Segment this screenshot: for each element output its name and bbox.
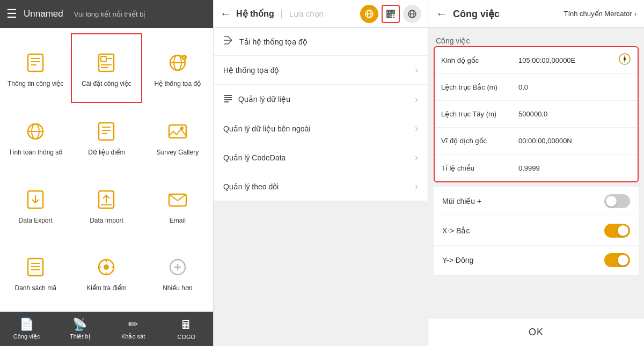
nav-khao-sat[interactable]: ✏ Khảo sát <box>107 312 160 346</box>
menu-item-du-lieu-ben-ngoai[interactable]: Quản lý dữ liệu bên ngoài › <box>214 114 428 143</box>
menu-item-he-thong-toa-do[interactable]: Hệ thống tọa độ › <box>214 56 428 85</box>
right-panel: ← Công việc Tính chuyển Mercator › Công … <box>428 0 644 346</box>
mercator-link[interactable]: Tính chuyển Mercator › <box>564 10 636 18</box>
chevron-icon-3: › <box>415 152 418 163</box>
danh-sach-ma-icon <box>21 253 49 281</box>
grid-menu: Thông tin công việc Cài đặt công việc + … <box>0 28 213 312</box>
data-import-label: Data Import <box>90 217 123 224</box>
middle-back-button[interactable]: ← <box>220 7 232 21</box>
menu-item-theo-doi[interactable]: Quản lý theo dõi › <box>214 172 428 201</box>
thiet-bi-nav-label: Thiết bị <box>70 333 90 340</box>
compass-icon[interactable] <box>618 53 631 69</box>
x-bac-toggle[interactable] <box>604 224 630 238</box>
kiem-tra-diem-label: Kiểm tra điểm <box>86 284 127 292</box>
cogo-nav-label: COGO <box>178 334 196 340</box>
middle-header: ← Hệ thống | Lựa chọn <box>214 0 428 28</box>
svg-rect-54 <box>393 17 394 18</box>
thiet-bi-nav-icon: 📡 <box>72 318 87 332</box>
right-header: ← Công việc Tính chuyển Mercator › <box>428 0 644 28</box>
svg-rect-59 <box>224 95 232 96</box>
tab-he-thong[interactable]: Hệ thống <box>236 9 274 19</box>
cong-viec-nav-label: Công việc <box>13 333 40 340</box>
grid-item-du-lieu-diem[interactable]: Dữ liệu điểm <box>71 103 142 171</box>
data-export-icon <box>21 186 49 214</box>
thong-tin-label: Thông tin công việc <box>8 80 63 87</box>
danh-sach-ma-label: Danh sách mã <box>14 284 56 292</box>
menu-item-theo-doi-label: Quản lý theo dõi <box>223 182 415 191</box>
toggle-row-y-dong: Y-> Đông <box>434 246 639 275</box>
grid-item-he-thong[interactable]: + Hệ thống tọa độ <box>142 33 213 103</box>
survey-gallery-label: Survey Gallery <box>156 149 199 156</box>
svg-rect-51 <box>391 14 392 16</box>
svg-point-66 <box>624 58 626 60</box>
lech-truc-tay-value[interactable]: 500000,0 <box>516 106 631 122</box>
svg-rect-17 <box>99 123 114 140</box>
right-title: Công việc <box>453 8 558 20</box>
right-back-button[interactable]: ← <box>436 7 448 21</box>
svg-point-34 <box>104 264 109 270</box>
ti-le-chieu-label: Tỉ lệ chiều <box>441 164 516 172</box>
tab-separator: | <box>281 9 283 19</box>
toggle-row-mui-chieu: Múi chiếu + <box>434 187 639 216</box>
mui-chieu-toggle[interactable] <box>604 194 630 208</box>
grid-item-danh-sach-ma[interactable]: Danh sách mã <box>0 239 71 306</box>
field-row-lech-truc-bac: Lệch trục Bắc (m) 0,0 <box>435 74 638 101</box>
grid-item-tinh-toan[interactable]: Tính toán thông số <box>0 103 71 171</box>
grid-item-nhieu-hon[interactable]: Nhiều hơn <box>142 239 213 306</box>
cai-dat-label: Cài đặt công việc <box>82 80 131 87</box>
menu-item-code-data[interactable]: Quản lý CodeData › <box>214 143 428 172</box>
menu-item-quan-ly-du-lieu[interactable]: Quản lý dữ liệu › <box>214 85 428 114</box>
hamburger-icon[interactable]: ☰ <box>6 7 17 21</box>
grid-item-email[interactable]: Email <box>142 171 213 239</box>
globe-gray-icon[interactable] <box>403 5 421 23</box>
grid-item-thong-tin[interactable]: Thông tin công việc <box>0 33 71 103</box>
email-label: Email <box>170 217 186 224</box>
y-dong-toggle[interactable] <box>604 253 630 267</box>
mui-chieu-label: Múi chiếu + <box>442 197 604 205</box>
menu-list: Hệ thống tọa độ › Quản lý dữ liệu › Quản… <box>214 56 428 346</box>
menu-item-quan-ly-du-lieu-label: Quản lý dữ liệu <box>238 95 415 104</box>
right-content: Công việc Kinh độ gốc 105:00:00,00000E L… <box>428 28 644 318</box>
nav-cong-viec[interactable]: 📄 Công việc <box>0 312 53 346</box>
svg-point-22 <box>180 127 184 130</box>
ti-le-chieu-value[interactable]: 0,9999 <box>516 160 631 176</box>
nhieu-hon-icon <box>164 253 192 281</box>
grid-item-kiem-tra-diem[interactable]: Kiểm tra điểm <box>71 239 142 306</box>
tab-lua-chon[interactable]: Lựa chọn <box>289 9 324 19</box>
nav-thiet-bi[interactable]: 📡 Thiết bị <box>53 312 106 346</box>
y-dong-knob <box>618 255 628 266</box>
qr-icon[interactable] <box>382 5 400 23</box>
toggle-row-x-bac: X-> Bắc <box>434 216 639 246</box>
du-lieu-diem-icon <box>92 117 120 145</box>
globe-orange-icon[interactable] <box>360 5 378 23</box>
kinh-do-goc-label: Kinh độ gốc <box>441 56 516 64</box>
field-row-kinh-do-goc: Kinh độ gốc 105:00:00,00000E <box>435 47 638 74</box>
tinh-toan-icon <box>21 117 49 145</box>
left-panel: ☰ Unnamed Vui lòng kết nối thiết bị Thôn… <box>0 0 214 346</box>
grid-item-data-export[interactable]: Data Export <box>0 171 71 239</box>
chevron-icon-2: › <box>415 123 418 134</box>
mui-chieu-knob <box>606 196 617 207</box>
khao-sat-nav-label: Khảo sát <box>121 333 145 340</box>
grid-item-survey-gallery[interactable]: Survey Gallery <box>142 103 213 171</box>
app-title: Unnamed <box>24 9 63 19</box>
lech-truc-bac-value[interactable]: 0,0 <box>516 79 631 95</box>
khao-sat-nav-icon: ✏ <box>128 318 138 332</box>
tai-section[interactable]: Tải hệ thống tọa độ <box>214 28 428 56</box>
middle-icon-bar <box>360 5 421 23</box>
grid-item-data-import[interactable]: Data Import <box>71 171 142 239</box>
nav-cogo[interactable]: 🖩 COGO <box>160 312 213 346</box>
grid-item-cai-dat[interactable]: Cài đặt công việc <box>71 33 142 103</box>
vi-do-dich-goc-value[interactable]: 00:00:00,00000N <box>516 132 631 149</box>
field-row-lech-truc-tay: Lệch trục Tây (m) 500000,0 <box>435 101 638 128</box>
ok-button[interactable]: OK <box>428 318 644 346</box>
svg-rect-52 <box>393 14 394 16</box>
svg-rect-46 <box>388 11 390 12</box>
svg-rect-62 <box>224 101 229 102</box>
vi-do-dich-goc-label: Vĩ độ dịch gốc <box>441 137 516 145</box>
kinh-do-goc-value[interactable]: 105:00:00,00000E <box>516 52 618 69</box>
svg-rect-21 <box>169 125 186 138</box>
chevron-icon-1: › <box>415 94 418 105</box>
tai-label: Tải hệ thống tọa độ <box>239 38 419 46</box>
kiem-tra-diem-icon <box>92 253 120 281</box>
